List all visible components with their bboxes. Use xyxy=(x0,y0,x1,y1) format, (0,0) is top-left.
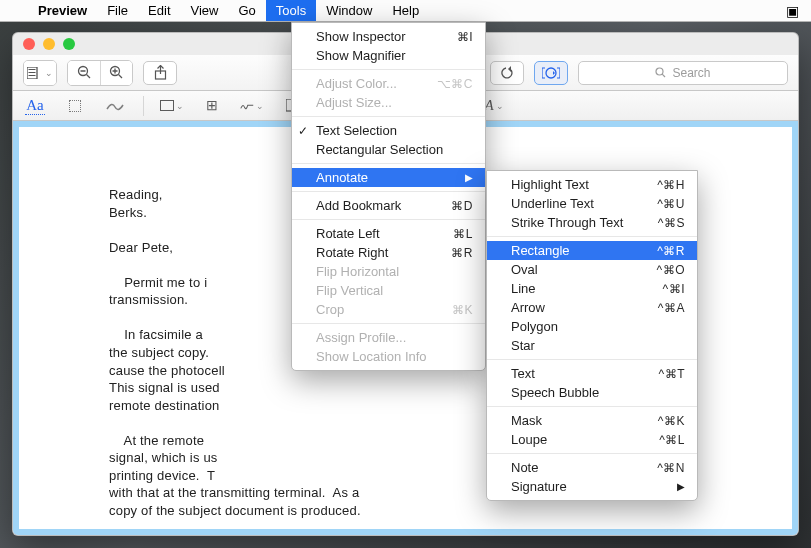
menu-item-label: Oval xyxy=(511,262,637,277)
menu-item-label: Adjust Color... xyxy=(316,76,417,91)
tools-menu-item-annotate[interactable]: Annotate▶ xyxy=(292,168,485,187)
menu-item-label: Rectangle xyxy=(511,243,637,258)
tools-menu-item-add-bookmark[interactable]: Add Bookmark⌘D xyxy=(292,196,485,215)
sign-button[interactable]: ⌄ xyxy=(240,96,264,116)
menu-shortcut: ^⌘U xyxy=(637,197,685,211)
menubar-item-tools[interactable]: Tools xyxy=(266,0,316,21)
menu-item-label: Star xyxy=(511,338,685,353)
menu-item-label: Crop xyxy=(316,302,432,317)
text-style-button[interactable]: Aa xyxy=(23,96,47,116)
menu-shortcut: ^⌘I xyxy=(643,282,685,296)
fullscreen-button[interactable] xyxy=(63,38,75,50)
menu-item-label: Add Bookmark xyxy=(316,198,431,213)
menu-item-label: Underline Text xyxy=(511,196,637,211)
menu-item-label: Adjust Size... xyxy=(316,95,473,110)
menu-shortcut: ^⌘T xyxy=(639,367,685,381)
annotate-menu-item-star[interactable]: Star xyxy=(487,336,697,355)
menu-shortcut: ^⌘R xyxy=(637,244,685,258)
menu-item-label: Line xyxy=(511,281,643,296)
svg-point-17 xyxy=(656,68,663,75)
menu-shortcut: ^⌘K xyxy=(638,414,685,428)
annotate-menu-item-oval[interactable]: Oval^⌘O xyxy=(487,260,697,279)
sketch-button[interactable] xyxy=(103,96,127,116)
menubar-item-view[interactable]: View xyxy=(181,0,229,21)
view-mode-group: ⌄ xyxy=(23,60,57,86)
menu-item-label: Speech Bubble xyxy=(511,385,685,400)
tools-menu-item-assign-profile: Assign Profile... xyxy=(292,328,485,347)
menu-extra-icon[interactable]: ▣ xyxy=(786,3,799,19)
annotate-menu-item-arrow[interactable]: Arrow^⌘A xyxy=(487,298,697,317)
annotate-menu-item-loupe[interactable]: Loupe^⌘L xyxy=(487,430,697,449)
markup-toggle-button[interactable] xyxy=(534,61,568,85)
menubar-item-preview[interactable]: Preview xyxy=(28,0,97,21)
zoom-out-button[interactable] xyxy=(68,61,100,85)
tools-menu-item-show-inspector[interactable]: Show Inspector⌘I xyxy=(292,27,485,46)
annotate-menu-item-mask[interactable]: Mask^⌘K xyxy=(487,411,697,430)
tools-menu-item-text-selection[interactable]: ✓Text Selection xyxy=(292,121,485,140)
tools-menu-item-rectangular-selection[interactable]: Rectangular Selection xyxy=(292,140,485,159)
shapes-button[interactable]: ⌄ xyxy=(160,96,184,116)
menu-item-label: Rotate Left xyxy=(316,226,433,241)
tools-menu-item-adjust-color: Adjust Color...⌥⌘C xyxy=(292,74,485,93)
menu-item-label: Strike Through Text xyxy=(511,215,638,230)
minimize-button[interactable] xyxy=(43,38,55,50)
annotate-menu-item-text[interactable]: Text^⌘T xyxy=(487,364,697,383)
rectangular-selection-button[interactable] xyxy=(63,96,87,116)
tools-menu-item-show-magnifier[interactable]: Show Magnifier xyxy=(292,46,485,65)
annotate-menu-item-underline-text[interactable]: Underline Text^⌘U xyxy=(487,194,697,213)
checkmark-icon: ✓ xyxy=(298,124,308,138)
menubar-item-go[interactable]: Go xyxy=(228,0,265,21)
menu-shortcut: ^⌘O xyxy=(637,263,685,277)
annotate-submenu: Highlight Text^⌘HUnderline Text^⌘UStrike… xyxy=(486,170,698,501)
tools-menu-item-flip-vertical: Flip Vertical xyxy=(292,281,485,300)
svg-rect-2 xyxy=(29,72,36,73)
view-mode-button[interactable]: ⌄ xyxy=(24,61,56,85)
svg-rect-3 xyxy=(29,75,36,76)
zoom-group xyxy=(67,60,133,86)
zoom-in-button[interactable] xyxy=(100,61,132,85)
svg-rect-1 xyxy=(29,69,36,70)
menu-shortcut: ⌘R xyxy=(431,246,473,260)
rotate-button[interactable] xyxy=(490,61,524,85)
menubar-item-edit[interactable]: Edit xyxy=(138,0,180,21)
tools-menu-item-rotate-right[interactable]: Rotate Right⌘R xyxy=(292,243,485,262)
annotate-menu-item-speech-bubble[interactable]: Speech Bubble xyxy=(487,383,697,402)
menubar-item-file[interactable]: File xyxy=(97,0,138,21)
submenu-arrow-icon: ▶ xyxy=(449,172,473,183)
share-button[interactable] xyxy=(143,61,177,85)
annotate-menu-item-line[interactable]: Line^⌘I xyxy=(487,279,697,298)
annotate-menu-item-rectangle[interactable]: Rectangle^⌘R xyxy=(487,241,697,260)
tools-menu-item-flip-horizontal: Flip Horizontal xyxy=(292,262,485,281)
menubar-item-help[interactable]: Help xyxy=(382,0,429,21)
menu-item-label: Loupe xyxy=(511,432,639,447)
search-input[interactable]: Search xyxy=(578,61,788,85)
tools-menu-item-rotate-left[interactable]: Rotate Left⌘L xyxy=(292,224,485,243)
menu-shortcut: ^⌘A xyxy=(638,301,685,315)
menu-item-label: Flip Vertical xyxy=(316,283,473,298)
menu-shortcut: ⌘I xyxy=(437,30,473,44)
svg-marker-14 xyxy=(508,66,511,72)
close-button[interactable] xyxy=(23,38,35,50)
annotate-menu-item-strike-through-text[interactable]: Strike Through Text^⌘S xyxy=(487,213,697,232)
menubar-item-window[interactable]: Window xyxy=(316,0,382,21)
annotate-menu-item-signature[interactable]: Signature▶ xyxy=(487,477,697,496)
menu-item-label: Signature xyxy=(511,479,661,494)
menu-item-label: Show Location Info xyxy=(316,349,473,364)
menu-shortcut: ⌘K xyxy=(432,303,473,317)
menu-item-label: Polygon xyxy=(511,319,685,334)
annotate-menu-item-polygon[interactable]: Polygon xyxy=(487,317,697,336)
svg-line-18 xyxy=(663,74,666,77)
menu-item-label: Highlight Text xyxy=(511,177,637,192)
search-placeholder: Search xyxy=(672,66,710,80)
menu-item-label: Mask xyxy=(511,413,638,428)
menu-item-label: Assign Profile... xyxy=(316,330,473,345)
text-tool-button[interactable]: ⊞ xyxy=(200,96,224,116)
annotate-menu-item-note[interactable]: Note^⌘N xyxy=(487,458,697,477)
menu-item-label: Show Magnifier xyxy=(316,48,473,63)
tools-menu-item-adjust-size: Adjust Size... xyxy=(292,93,485,112)
menu-shortcut: ^⌘L xyxy=(639,433,685,447)
svg-line-5 xyxy=(86,75,90,79)
system-menubar: PreviewFileEditViewGoToolsWindowHelp ▣ xyxy=(0,0,811,22)
svg-line-8 xyxy=(119,75,123,79)
annotate-menu-item-highlight-text[interactable]: Highlight Text^⌘H xyxy=(487,175,697,194)
